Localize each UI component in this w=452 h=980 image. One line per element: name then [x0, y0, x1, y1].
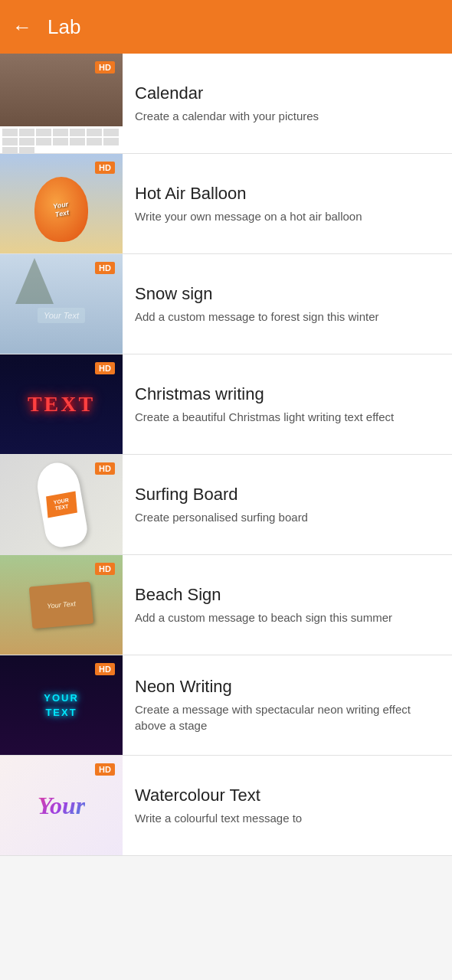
- list-item[interactable]: Your HD Watercolour Text Write a colourf…: [0, 756, 452, 856]
- list-item[interactable]: YourText HD Hot Air Balloon Write your o…: [0, 154, 452, 254]
- surf-board: YOURTEXT: [33, 459, 89, 550]
- item-title: Hot Air Balloon: [135, 184, 440, 204]
- wc-text: Your: [38, 792, 85, 820]
- xmas-text: TEXT: [28, 392, 95, 416]
- list-item[interactable]: YOURTEXT HD Surfing Board Create persona…: [0, 455, 452, 555]
- item-title: Neon Writing: [135, 677, 440, 697]
- item-description: Write your own message on a hot air ball…: [135, 208, 440, 224]
- item-title: Calendar: [135, 83, 440, 103]
- thumbnail-christmas: TEXT HD: [0, 354, 123, 454]
- list-item[interactable]: Your Text HD Snow sign Add a custom mess…: [0, 254, 452, 354]
- item-content: Neon Writing Create a message with spect…: [123, 655, 452, 755]
- snow-sign-text: Your Text: [38, 308, 85, 323]
- item-content: Christmas writing Create a beautiful Chr…: [123, 354, 452, 454]
- page-title: Lab: [47, 15, 80, 39]
- item-description: Create personalised surfing board: [135, 509, 440, 525]
- hd-badge: HD: [95, 162, 115, 174]
- item-description: Write a colourful text message to: [135, 810, 440, 826]
- list-item[interactable]: TEXT HD Christmas writing Create a beaut…: [0, 354, 452, 455]
- item-content: Calendar Create a calendar with your pic…: [123, 54, 452, 153]
- back-button[interactable]: ←: [12, 15, 32, 39]
- item-description: Create a message with spectacular neon w…: [135, 701, 440, 733]
- hd-badge: HD: [95, 663, 115, 675]
- hd-badge: HD: [95, 362, 115, 374]
- list-item[interactable]: HD Calendar Create a calendar with your …: [0, 54, 452, 154]
- header: ← Lab: [0, 0, 452, 54]
- item-content: Hot Air Balloon Write your own message o…: [123, 154, 452, 253]
- hd-badge: HD: [95, 61, 115, 74]
- neon-board: YOUR TEXT: [44, 692, 79, 718]
- item-title: Beach Sign: [135, 585, 440, 605]
- item-title: Surfing Board: [135, 485, 440, 505]
- beach-sign-wood: Your Text: [29, 581, 93, 629]
- list-item[interactable]: Your Text HD Beach Sign Add a custom mes…: [0, 555, 452, 655]
- thumbnail-balloon: YourText HD: [0, 154, 123, 253]
- thumbnail-beach: Your Text HD: [0, 555, 123, 655]
- hd-badge: HD: [95, 262, 115, 274]
- thumbnail-snow: Your Text HD: [0, 254, 123, 354]
- thumbnail-calendar: HD: [0, 54, 123, 153]
- item-description: Create a beautiful Christmas light writi…: [135, 409, 440, 425]
- item-title: Watercolour Text: [135, 786, 440, 805]
- item-title: Snow sign: [135, 284, 440, 304]
- hd-badge: HD: [95, 462, 115, 475]
- list-item[interactable]: YOUR TEXT HD Neon Writing Create a messa…: [0, 655, 452, 756]
- item-description: Add a custom message to beach sign this …: [135, 609, 440, 626]
- hd-badge: HD: [95, 563, 115, 575]
- item-title: Christmas writing: [135, 384, 440, 404]
- hd-badge: HD: [95, 763, 115, 776]
- item-content: Snow sign Add a custom message to forest…: [123, 254, 452, 354]
- item-description: Create a calendar with your pictures: [135, 108, 440, 124]
- thumbnail-surfing: YOURTEXT HD: [0, 455, 123, 554]
- item-list: HD Calendar Create a calendar with your …: [0, 54, 452, 856]
- item-content: Watercolour Text Write a colourful text …: [123, 756, 452, 855]
- thumbnail-neon: YOUR TEXT HD: [0, 655, 123, 755]
- thumbnail-watercolour: Your HD: [0, 756, 123, 855]
- item-content: Beach Sign Add a custom message to beach…: [123, 555, 452, 655]
- item-content: Surfing Board Create personalised surfin…: [123, 455, 452, 554]
- item-description: Add a custom message to forest sign this…: [135, 309, 440, 325]
